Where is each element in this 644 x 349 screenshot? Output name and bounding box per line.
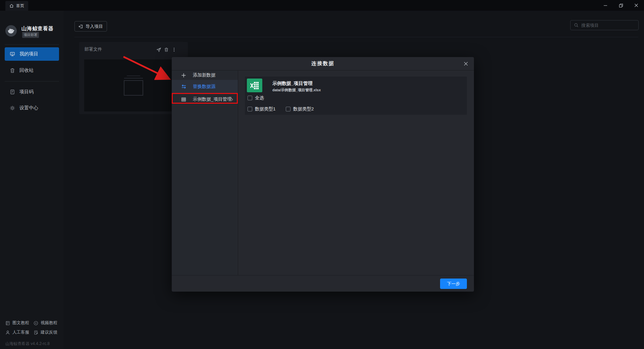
sidebar-item-project-code[interactable]: 项目码 [5, 85, 59, 99]
document-icon [10, 89, 15, 95]
app-name: 山海鲸查看器 [21, 26, 54, 32]
toolbar-divider [74, 37, 638, 37]
person-icon [5, 330, 10, 335]
modal-side-menu: 添加新数据 替换数据源 示例数据_项目管理 [172, 70, 238, 275]
modal-close-icon[interactable] [461, 58, 471, 69]
data-type-2-label: 数据类型2 [293, 106, 314, 112]
whale-logo-icon [5, 25, 17, 37]
modal-footer: 下一步 [172, 275, 474, 292]
trash-icon [10, 68, 15, 73]
footer-link-label: 图文教程 [12, 320, 29, 326]
modal-title: 连接数据 [312, 60, 334, 67]
search-icon [574, 23, 579, 28]
sidebar-item-label: 项目码 [19, 89, 34, 95]
minimize-button[interactable] [598, 0, 613, 11]
app-badge: 项目部署 [22, 32, 39, 38]
data-type-1-checkbox[interactable] [248, 107, 252, 111]
link-feedback[interactable]: 建议反馈 [34, 330, 57, 335]
next-step-button[interactable]: 下一步 [440, 279, 467, 289]
home-icon [9, 4, 14, 8]
plus-icon [181, 73, 186, 78]
tab-home-label: 首页 [16, 3, 24, 9]
chevron-right-icon [230, 98, 234, 101]
project-thumbnail[interactable] [84, 59, 183, 111]
more-options-icon[interactable] [171, 47, 177, 53]
menu-item-replace-data-source[interactable]: 替换数据源 [172, 80, 238, 93]
presentation-board-icon [10, 51, 15, 57]
tab-home[interactable]: 首页 [5, 1, 28, 11]
menu-item-label: 添加新数据 [193, 72, 216, 78]
publish-icon[interactable] [156, 47, 162, 53]
data-file-panel: 示例数据_项目管理 data/示例数据_项目管理.xlsx 全选 数据类型1 数… [245, 77, 467, 115]
select-all-checkbox[interactable] [248, 96, 252, 100]
menu-item-add-new-data[interactable]: 添加新数据 [172, 70, 238, 80]
window-controls [598, 0, 644, 11]
restore-button[interactable] [613, 0, 629, 11]
data-type-2-checkbox[interactable] [286, 107, 290, 111]
sidebar-item-label: 回收站 [19, 67, 34, 73]
titlebar: 首页 [0, 0, 644, 11]
data-type-1-label: 数据类型1 [255, 106, 276, 112]
delete-icon[interactable] [163, 47, 169, 53]
footer-link-label: 人工客服 [12, 330, 29, 335]
thumbnail-placeholder-icon [124, 76, 143, 96]
book-icon [5, 321, 10, 326]
connect-data-modal: 连接数据 添加新数据 [172, 57, 474, 292]
project-card-title: 部署文件 [85, 46, 102, 52]
sidebar-item-settings[interactable]: 设置中心 [5, 101, 59, 115]
data-file-path: data/示例数据_项目管理.xlsx [272, 88, 321, 93]
sidebar: 山海鲸查看器 项目部署 我的项目 回收站 [0, 11, 64, 349]
feedback-icon [34, 330, 38, 335]
menu-item-label: 示例数据_项目管理 [193, 96, 232, 102]
search-input[interactable] [581, 23, 640, 28]
menu-item-sample-data[interactable]: 示例数据_项目管理 [172, 93, 238, 105]
data-file-name: 示例数据_项目管理 [272, 81, 313, 87]
import-icon [78, 24, 83, 29]
import-project-button[interactable]: 导入项目 [74, 21, 107, 32]
swap-icon [181, 84, 186, 89]
play-circle-icon [34, 321, 38, 326]
select-all-label: 全选 [255, 95, 264, 101]
table-icon [181, 97, 186, 102]
gear-icon [10, 105, 15, 111]
excel-file-icon [247, 79, 262, 92]
menu-item-label: 替换数据源 [193, 84, 216, 90]
modal-header: 连接数据 [172, 57, 474, 70]
footer-link-label: 建议反馈 [41, 330, 57, 335]
sidebar-item-label: 设置中心 [19, 105, 38, 111]
link-customer-service[interactable]: 人工客服 [5, 330, 29, 335]
sidebar-item-my-projects[interactable]: 我的项目 [5, 47, 59, 61]
footer-link-label: 视频教程 [41, 320, 57, 326]
import-label: 导入项目 [86, 23, 103, 30]
app-window: 首页 山海鲸查看器 [0, 0, 644, 349]
link-image-tutorial[interactable]: 图文教程 [5, 320, 29, 326]
close-window-button[interactable] [629, 0, 644, 11]
data-type-2-checkbox-row[interactable]: 数据类型2 [286, 106, 314, 112]
sidebar-item-recycle-bin[interactable]: 回收站 [5, 64, 59, 77]
data-type-1-checkbox-row[interactable]: 数据类型1 [248, 106, 276, 112]
sidebar-item-label: 我的项目 [19, 51, 38, 57]
link-video-tutorial[interactable]: 视频教程 [34, 320, 57, 326]
sidebar-divider [5, 44, 59, 45]
app-version: 山海鲸查看器 v4.4.2-rc.8 [5, 341, 50, 347]
sidebar-divider [5, 81, 59, 82]
search-box [570, 20, 639, 30]
select-all-checkbox-row[interactable]: 全选 [248, 95, 264, 101]
